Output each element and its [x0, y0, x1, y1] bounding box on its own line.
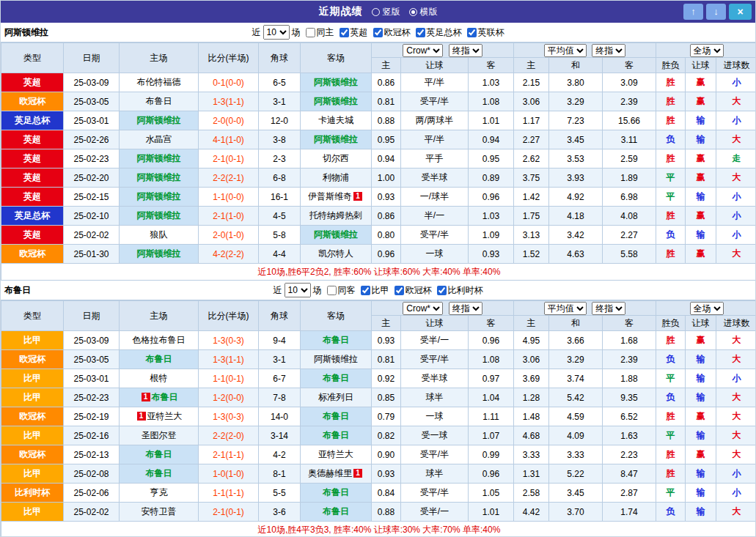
home-team-link[interactable]: 圣图尔登 [142, 430, 177, 440]
away-team-link[interactable]: 托特纳姆热刺 [309, 210, 362, 221]
match-row: 欧冠杯25-02-13布鲁日2-1(1-1)4-2亚特兰大0.90受平/半0.9… [1, 445, 756, 464]
filter-league-checkbox[interactable] [361, 286, 370, 295]
home-team-link[interactable]: 阿斯顿维拉 [137, 210, 181, 221]
odds-handicap: 受半球 [401, 369, 469, 388]
score-cell: 2-0(0-0) [199, 111, 259, 130]
home-team-link[interactable]: 阿斯顿维拉 [137, 191, 181, 201]
filter-league-checkbox[interactable] [394, 286, 404, 295]
filter-league-checkbox-label[interactable]: 英超 [340, 26, 368, 39]
away-team-link[interactable]: 利物浦 [323, 172, 349, 182]
away-team-link[interactable]: 布鲁日 [323, 487, 349, 497]
score-link[interactable]: 2-2(2-1) [213, 173, 244, 183]
average-select[interactable]: 平均值 [544, 44, 587, 57]
away-team-link[interactable]: 切尔西 [323, 153, 349, 163]
home-team-link[interactable]: 狼队 [150, 229, 168, 240]
filter-league-checkbox-label[interactable]: 欧冠杯 [373, 26, 411, 39]
away-team-link[interactable]: 凯尔特人 [318, 248, 353, 259]
home-team-link[interactable]: 阿斯顿维拉 [137, 248, 181, 259]
home-team-link[interactable]: 根特 [150, 373, 168, 383]
away-team-link[interactable]: 布鲁日 [323, 411, 349, 421]
score-link[interactable]: 4-1(1-0) [213, 135, 244, 145]
filter-league-checkbox[interactable] [437, 286, 447, 295]
score-link[interactable]: 2-1(1-0) [213, 211, 244, 221]
home-team-link[interactable]: 阿斯顿维拉 [137, 153, 181, 163]
home-team-link[interactable]: 布鲁日 [146, 449, 172, 459]
away-team-link[interactable]: 亚特兰大 [318, 449, 353, 459]
away-team-link[interactable]: 阿斯顿维拉 [314, 354, 358, 364]
bookmaker-select[interactable]: Crow* [403, 302, 443, 315]
final-odds-select[interactable]: 终指 [449, 44, 482, 57]
away-team-cell: 布鲁日 [301, 407, 372, 426]
score-link[interactable]: 2-2(2-0) [213, 431, 244, 441]
away-team-link[interactable]: 布鲁日 [323, 506, 349, 516]
score-link[interactable]: 1-1(0-1) [213, 374, 244, 384]
filter-league-checkbox-label[interactable]: 英足总杯 [416, 26, 462, 39]
filter-same-venue-checkbox[interactable] [327, 286, 337, 295]
score-link[interactable]: 1-3(0-3) [213, 336, 244, 346]
filter-same-venue-checkbox-label[interactable]: 同主 [306, 26, 334, 39]
filter-league-checkbox-label[interactable]: 比甲 [361, 284, 389, 297]
away-team-link[interactable]: 标准列日 [318, 392, 353, 402]
home-team-link[interactable]: 布鲁日 [146, 468, 172, 478]
mode-horizontal-radio[interactable]: 横版 [409, 6, 438, 18]
scroll-up-button[interactable]: ↑ [683, 4, 703, 20]
mode-vertical-radio[interactable]: 竖版 [372, 6, 400, 18]
home-team-link[interactable]: 布鲁日 [152, 392, 178, 402]
recent-count-select[interactable]: 10 [285, 283, 311, 297]
score-link[interactable]: 1-0(1-0) [213, 469, 244, 479]
away-team-link[interactable]: 阿斯顿维拉 [314, 134, 358, 144]
home-team-link[interactable]: 布鲁日 [146, 354, 172, 364]
recent-count-select[interactable]: 10 [263, 25, 290, 40]
home-team-link[interactable]: 布伦特福德 [137, 77, 181, 87]
away-team-link[interactable]: 布鲁日 [323, 335, 349, 345]
home-team-link[interactable]: 安特卫普 [142, 506, 177, 516]
score-link[interactable]: 1-3(0-3) [213, 412, 244, 422]
home-team-link[interactable]: 阿斯顿维拉 [137, 115, 181, 125]
full-match-select[interactable]: 全场 [690, 302, 724, 315]
filter-same-venue-checkbox-label[interactable]: 同客 [327, 284, 356, 297]
filter-league-checkbox[interactable] [467, 28, 477, 37]
filter-league-checkbox[interactable] [416, 28, 425, 37]
score-link[interactable]: 0-1(0-0) [213, 78, 244, 88]
score-link[interactable]: 1-3(1-1) [213, 97, 244, 107]
close-button[interactable]: × [729, 4, 752, 20]
scroll-down-button[interactable]: ↓ [706, 4, 726, 20]
away-team-link[interactable]: 奥德赫维里 [308, 468, 352, 478]
home-team-link[interactable]: 亚特兰大 [147, 411, 183, 421]
avg-final-odds-select[interactable]: 终指 [592, 44, 625, 57]
home-team-link[interactable]: 阿斯顿维拉 [137, 172, 181, 182]
away-team-link[interactable]: 布鲁日 [323, 430, 349, 440]
filter-league-checkbox-label[interactable]: 英联杯 [467, 26, 504, 39]
home-team-link[interactable]: 布鲁日 [146, 96, 172, 106]
score-link[interactable]: 2-1(0-1) [213, 154, 244, 164]
away-team-link[interactable]: 伊普斯维奇 [308, 191, 352, 201]
score-link[interactable]: 1-3(1-1) [213, 355, 244, 365]
filter-league-checkbox[interactable] [373, 28, 383, 37]
filter-league-checkbox[interactable] [340, 28, 349, 37]
home-team-link[interactable]: 水晶宫 [146, 134, 172, 144]
bookmaker-select[interactable]: Crow* [403, 44, 443, 57]
col-avg-home: 主 [514, 316, 549, 331]
home-team-link[interactable]: 色格拉布鲁日 [133, 335, 186, 345]
away-team-link[interactable]: 阿斯顿维拉 [314, 96, 358, 106]
average-select[interactable]: 平均值 [544, 302, 587, 315]
score-link[interactable]: 2-0(1-0) [213, 230, 244, 240]
score-link[interactable]: 1-1(0-0) [213, 192, 244, 202]
score-link[interactable]: 1-1(1-1) [213, 488, 244, 498]
score-link[interactable]: 4-2(2-2) [213, 249, 244, 259]
score-link[interactable]: 2-1(1-1) [213, 450, 244, 460]
filter-league-checkbox-label[interactable]: 欧冠杯 [394, 284, 432, 297]
filter-league-checkbox-label[interactable]: 比利时杯 [437, 284, 483, 297]
avg-final-odds-select[interactable]: 终指 [592, 302, 625, 315]
away-team-link[interactable]: 阿斯顿维拉 [314, 77, 358, 87]
score-link[interactable]: 2-1(0-1) [213, 507, 244, 517]
away-team-link[interactable]: 布鲁日 [323, 373, 349, 383]
score-link[interactable]: 2-0(0-0) [213, 116, 244, 126]
filter-same-venue-checkbox[interactable] [306, 28, 315, 37]
home-team-link[interactable]: 亨克 [150, 487, 168, 497]
score-link[interactable]: 1-2(0-0) [213, 393, 244, 403]
away-team-link[interactable]: 卡迪夫城 [318, 115, 353, 125]
away-team-link[interactable]: 阿斯顿维拉 [314, 229, 358, 240]
final-odds-select[interactable]: 终指 [449, 302, 482, 315]
full-match-select[interactable]: 全场 [690, 44, 724, 57]
